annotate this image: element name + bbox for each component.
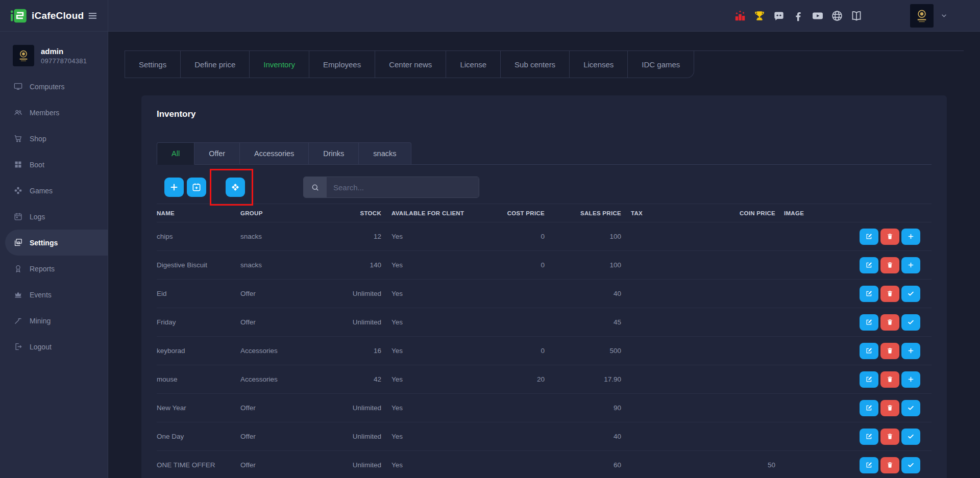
tab-inventory[interactable]: Inventory	[250, 51, 309, 78]
sidebar-item-label: Shop	[30, 135, 46, 143]
cell-actions	[826, 422, 932, 451]
sidebar-item-logs[interactable]: Logs	[0, 204, 108, 230]
approve-button[interactable]	[901, 286, 920, 302]
group-tab-accessories[interactable]: Accessories	[240, 142, 309, 165]
sidebar-item-members[interactable]: Members	[0, 99, 108, 125]
cell-stock: Unlimited	[327, 394, 381, 422]
cell-group: Offer	[240, 308, 327, 337]
globe-icon[interactable]	[830, 9, 844, 22]
youtube-icon[interactable]	[811, 9, 824, 22]
delete-button[interactable]	[880, 371, 899, 388]
sidebar-item-mining[interactable]: Mining	[0, 308, 108, 334]
sidebar-item-computers[interactable]: Computers	[0, 73, 108, 99]
ranking-icon[interactable]	[733, 9, 747, 22]
edit-button[interactable]	[860, 429, 878, 445]
layers-icon	[13, 238, 23, 247]
pickaxe-icon	[13, 316, 23, 325]
cell-group: Accessories	[240, 365, 327, 394]
tab-sub-centers[interactable]: Sub centers	[501, 51, 570, 78]
edit-icon	[865, 347, 873, 355]
delete-button[interactable]	[880, 286, 899, 302]
sidebar-item-events[interactable]: Events	[0, 282, 108, 308]
delete-button[interactable]	[880, 229, 899, 245]
group-tab-offer[interactable]: Offer	[194, 142, 240, 165]
cell-actions	[826, 280, 932, 308]
cell-available: Yes	[381, 422, 504, 451]
app-logo-icon	[10, 8, 29, 23]
sidebar-item-logout[interactable]: Logout	[0, 334, 108, 360]
facebook-icon[interactable]	[792, 9, 805, 22]
cell-cost: 0	[504, 222, 545, 251]
group-tab-all[interactable]: All	[157, 142, 194, 165]
tab-employees[interactable]: Employees	[309, 51, 375, 78]
cell-coin: 50	[726, 451, 775, 478]
add-calendar-button[interactable]	[187, 178, 206, 197]
edit-button[interactable]	[860, 343, 878, 359]
delete-button[interactable]	[880, 257, 899, 273]
tab-center-news[interactable]: Center news	[375, 51, 446, 78]
cell-image	[775, 422, 826, 451]
search-input[interactable]	[327, 177, 479, 197]
tab-idc-games[interactable]: IDC games	[628, 51, 694, 78]
approve-button[interactable]	[901, 400, 920, 416]
discord-icon[interactable]	[772, 9, 786, 22]
grid-button[interactable]	[226, 178, 245, 197]
sidebar-item-games[interactable]: Games	[0, 178, 108, 204]
delete-button[interactable]	[880, 457, 899, 473]
add-button[interactable]	[164, 178, 184, 197]
trash-icon	[886, 318, 894, 326]
sidebar: admin 097778704381 ComputersMembersShopB…	[0, 32, 108, 478]
edit-button[interactable]	[860, 371, 878, 388]
user-avatar[interactable]	[910, 4, 934, 28]
add-stock-button[interactable]	[901, 257, 920, 273]
cell-available: Yes	[381, 365, 504, 394]
brand[interactable]: iCafeCloud	[0, 0, 108, 31]
edit-button[interactable]	[860, 400, 878, 416]
tab-licenses[interactable]: Licenses	[570, 51, 628, 78]
delete-button[interactable]	[880, 429, 899, 445]
sidebar-item-reports[interactable]: Reports	[0, 256, 108, 282]
cell-coin	[726, 365, 775, 394]
delete-button[interactable]	[880, 343, 899, 359]
sidebar-item-settings[interactable]: Settings	[5, 230, 108, 256]
cell-available: Yes	[381, 251, 504, 280]
tab-license[interactable]: License	[446, 51, 501, 78]
sidebar-item-boot[interactable]: Boot	[0, 152, 108, 178]
edit-button[interactable]	[860, 286, 878, 302]
cell-stock: 42	[327, 365, 381, 394]
add-stock-button[interactable]	[901, 343, 920, 359]
edit-button[interactable]	[860, 229, 878, 245]
trophy-icon[interactable]	[753, 9, 766, 22]
delete-button[interactable]	[880, 314, 899, 331]
cell-stock: 140	[327, 251, 381, 280]
edit-button[interactable]	[860, 457, 878, 473]
approve-button[interactable]	[901, 314, 920, 331]
menu-toggle-button[interactable]	[87, 9, 99, 22]
add-stock-button[interactable]	[901, 229, 920, 245]
edit-button[interactable]	[860, 257, 878, 273]
check-icon	[907, 433, 915, 440]
cell-stock: 12	[327, 222, 381, 251]
edit-button[interactable]	[860, 314, 878, 331]
check-icon	[907, 461, 915, 469]
tab-define-price[interactable]: Define price	[181, 51, 250, 78]
edit-icon	[865, 318, 873, 326]
column-header-actions	[826, 204, 932, 222]
tab-settings[interactable]: Settings	[125, 51, 181, 78]
group-tab-snacks[interactable]: snacks	[359, 142, 411, 165]
inventory-card: Inventory AllOfferAccessoriesDrinkssnack…	[141, 95, 947, 478]
sidebar-nav: ComputersMembersShopBootGamesLogsSetting…	[0, 73, 108, 360]
approve-button[interactable]	[901, 429, 920, 445]
cell-actions	[826, 337, 932, 365]
cell-name: ONE TIME OFFER	[157, 451, 240, 478]
monitor-icon	[13, 82, 23, 91]
cell-image	[775, 365, 826, 394]
add-stock-button[interactable]	[901, 371, 920, 388]
chevron-down-icon[interactable]	[940, 11, 948, 20]
approve-button[interactable]	[901, 457, 920, 473]
book-icon[interactable]	[850, 9, 863, 22]
sidebar-item-label: Members	[30, 109, 59, 117]
sidebar-item-shop[interactable]: Shop	[0, 125, 108, 152]
group-tab-drinks[interactable]: Drinks	[309, 142, 359, 165]
delete-button[interactable]	[880, 400, 899, 416]
